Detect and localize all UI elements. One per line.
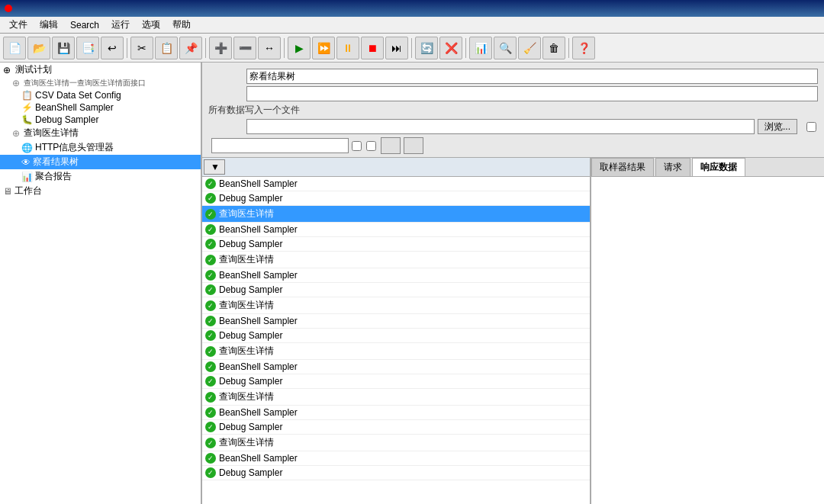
search-row	[208, 137, 818, 154]
sampler-item[interactable]: ✓Debug Sampler	[202, 329, 590, 343]
shutdown-button[interactable]: ⏭	[385, 37, 408, 59]
sampler-item-label: BeanShell Sampler	[219, 316, 298, 326]
green-circle-icon: ✓	[205, 422, 216, 432]
name-input[interactable]	[246, 69, 818, 84]
sampler-item[interactable]: ✓查询医生详情	[202, 389, 590, 406]
view-icon: 👁	[21, 157, 31, 168]
sampler-item-label: 查询医生详情	[219, 436, 274, 449]
tree-item-http-header[interactable]: 🌐 HTTP信息头管理器	[0, 140, 201, 155]
tree-item-view-results[interactable]: 👁 察看结果树	[0, 155, 201, 169]
sampler-item[interactable]: ✓查询医生详情	[202, 252, 590, 268]
sampler-item[interactable]: ✓BeanShell Sampler	[202, 177, 590, 191]
menu-item-选项[interactable]: 选项	[136, 17, 166, 33]
green-circle-icon: ✓	[205, 330, 216, 341]
tab-request[interactable]: 请求	[655, 158, 690, 176]
reset-button[interactable]	[404, 137, 423, 154]
tab-sampler-results[interactable]: 取样器结果	[591, 158, 654, 176]
debug-label-1: Debug Sampler	[35, 114, 98, 125]
sampler-item[interactable]: ✓BeanShell Sampler	[202, 314, 590, 329]
sampler-item[interactable]: ✓Debug Sampler	[202, 374, 590, 389]
pause-button[interactable]: ⏸	[336, 37, 359, 59]
new-button[interactable]: 📄	[3, 37, 26, 59]
copy-button[interactable]: 📋	[155, 37, 178, 59]
menu-item-帮助[interactable]: 帮助	[166, 17, 197, 33]
cut-button[interactable]: ✂	[130, 37, 153, 59]
file-input[interactable]	[246, 119, 755, 134]
sep-2	[205, 38, 206, 58]
browse-button[interactable]: 浏览...	[758, 119, 797, 134]
sampler-item[interactable]: ✓查询医生详情	[202, 435, 590, 451]
toggle-button[interactable]: ↔	[258, 37, 281, 59]
tree-item-csv[interactable]: 📋 CSV Data Set Config	[0, 89, 201, 101]
sampler-item-label: BeanShell Sampler	[219, 407, 298, 418]
tab-response-data[interactable]: 响应数据	[692, 158, 745, 176]
panel-header: 所有数据写入一个文件 浏览...	[202, 63, 824, 158]
sampler-item[interactable]: ✓Debug Sampler	[202, 283, 590, 297]
help-button[interactable]: ❓	[572, 37, 595, 59]
green-circle-icon: ✓	[205, 361, 216, 372]
green-circle-icon: ✓	[205, 193, 216, 204]
http-icon: 🌐	[21, 143, 33, 153]
tree-item-workbench[interactable]: 🖥 工作台	[0, 184, 201, 198]
menu-item-文件[interactable]: 文件	[3, 17, 34, 33]
sampler-item[interactable]: ✓Debug Sampler	[202, 191, 590, 206]
sampler-item-label: Debug Sampler	[219, 467, 282, 478]
sampler-item-label: Debug Sampler	[219, 422, 282, 432]
remote-stop-button[interactable]: ❌	[439, 37, 462, 59]
clear-all-button[interactable]: 🗑	[542, 37, 565, 59]
menu-item-Search[interactable]: Search	[64, 18, 105, 32]
sampler-item[interactable]: ✓BeanShell Sampler	[202, 268, 590, 283]
view-results-label: 察看结果树	[33, 156, 79, 169]
tree-item-debug1[interactable]: 🐛 Debug Sampler	[0, 114, 201, 126]
tree-item-query-group[interactable]: ⊕ 查询医生详情	[0, 126, 201, 140]
aggregate-icon: 📊	[21, 172, 33, 182]
search-input[interactable]	[211, 138, 349, 153]
sampler-item-label: Debug Sampler	[219, 330, 282, 341]
search-toolbar-button[interactable]: 🔍	[494, 37, 517, 59]
run-nothreads-button[interactable]: ⏩	[312, 37, 335, 59]
tree-item-group[interactable]: ⊕ 查询医生详情一查询医生详情面接口	[0, 77, 201, 89]
toolbar: 📄 📂 💾 📑 ↩ ✂ 📋 📌 ➕ ➖ ↔ ▶ ⏩ ⏸ ⏹ ⏭ 🔄 ❌ 📊 🔍 …	[0, 34, 824, 63]
report-button[interactable]: 📊	[469, 37, 492, 59]
sampler-item[interactable]: ✓BeanShell Sampler	[202, 451, 590, 466]
regular-exp-checkbox[interactable]	[366, 141, 376, 151]
case-sensitive-label	[352, 141, 363, 151]
json-dropdown[interactable]: ▼	[204, 159, 225, 175]
expand-button[interactable]: ➕	[209, 37, 232, 59]
open-button[interactable]: 📂	[27, 37, 50, 59]
menu-item-运行[interactable]: 运行	[105, 17, 136, 33]
paste-button[interactable]: 📌	[179, 37, 202, 59]
sampler-item[interactable]: ✓Debug Sampler	[202, 237, 590, 252]
sampler-item[interactable]: ✓Debug Sampler	[202, 466, 590, 480]
sep-4	[411, 38, 412, 58]
collapse-button[interactable]: ➖	[233, 37, 256, 59]
search-button[interactable]	[381, 137, 401, 154]
run-button[interactable]: ▶	[288, 37, 311, 59]
json-panel	[591, 177, 824, 504]
saveas-button[interactable]: 📑	[76, 37, 99, 59]
case-sensitive-checkbox[interactable]	[352, 141, 362, 151]
clear-button[interactable]: 🧹	[518, 37, 541, 59]
remote-run-button[interactable]: 🔄	[415, 37, 438, 59]
sep-6	[568, 38, 569, 58]
stop-button[interactable]: ⏹	[361, 37, 384, 59]
sampler-item[interactable]: ✓查询医生详情	[202, 297, 590, 314]
log-display-checkbox[interactable]	[806, 122, 816, 132]
green-circle-icon: ✓	[205, 453, 216, 464]
expand-icon: ⊕	[3, 65, 11, 75]
sampler-item[interactable]: ✓查询医生详情	[202, 206, 590, 223]
sampler-item[interactable]: ✓BeanShell Sampler	[202, 360, 590, 374]
menu-item-编辑[interactable]: 编辑	[34, 17, 64, 33]
sampler-item[interactable]: ✓Debug Sampler	[202, 420, 590, 435]
revert-button[interactable]: ↩	[101, 37, 124, 59]
sampler-item[interactable]: ✓BeanShell Sampler	[202, 406, 590, 420]
tree-item-beanshell1[interactable]: ⚡ BeanShell Sampler	[0, 101, 201, 114]
sampler-item[interactable]: ✓BeanShell Sampler	[202, 223, 590, 237]
save-button[interactable]: 💾	[52, 37, 75, 59]
tree-item-test-plan[interactable]: ⊕ 测试计划	[0, 63, 201, 77]
comment-input[interactable]	[246, 86, 818, 101]
workbench-label: 工作台	[14, 185, 42, 197]
tree-item-aggregate[interactable]: 📊 聚合报告	[0, 169, 201, 184]
sampler-item[interactable]: ✓查询医生详情	[202, 343, 590, 360]
sampler-item-label: 查询医生详情	[219, 207, 274, 220]
